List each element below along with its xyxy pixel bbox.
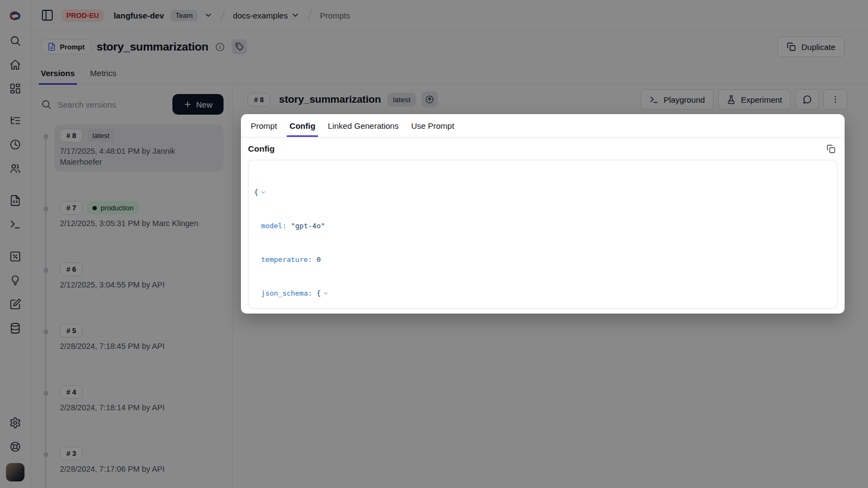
tab-config[interactable]: Config (288, 121, 316, 137)
config-heading: Config (248, 144, 275, 154)
json-line: temperature:0 (254, 254, 832, 266)
tab-use-prompt[interactable]: Use Prompt (410, 121, 455, 137)
prompt-detail-card: Prompt Config Linked Generations Use Pro… (241, 114, 845, 314)
app-window: PROD-EU langfuse-dev Team docs-examples … (0, 0, 868, 488)
copy-icon (826, 144, 836, 154)
copy-config-button[interactable] (826, 144, 836, 154)
tab-linked-generations[interactable]: Linked Generations (327, 121, 400, 137)
tab-prompt[interactable]: Prompt (250, 121, 278, 137)
json-line: model:"gpt-4o" (254, 221, 832, 232)
detail-tabs: Prompt Config Linked Generations Use Pro… (241, 114, 845, 137)
json-line: json_schema:{ (254, 288, 832, 299)
config-json-viewer[interactable]: { model:"gpt-4o" temperature:0 json_sche… (248, 160, 838, 309)
collapse-chevron-icon[interactable] (261, 190, 266, 195)
json-line: { (254, 187, 832, 198)
collapse-chevron-icon[interactable] (323, 291, 328, 296)
